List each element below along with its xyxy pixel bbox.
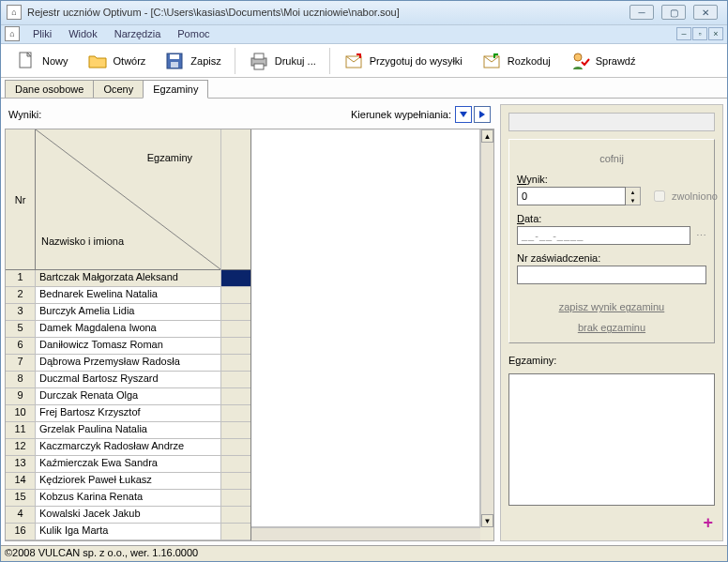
data-cell[interactable] <box>221 490 250 507</box>
otworz-button[interactable]: Otwórz <box>80 47 154 75</box>
row-name: Kaczmarczyk Radosław Andrze <box>36 439 220 455</box>
svg-marker-12 <box>479 111 485 118</box>
table-row[interactable]: 4Kowalski Jacek Jakub <box>6 507 220 524</box>
row-nr: 1 <box>6 270 36 286</box>
right-header-box <box>508 113 715 131</box>
data-input[interactable]: __-__-____ <box>517 226 690 245</box>
table-row[interactable]: 8Duczmal Bartosz Ryszard <box>6 372 220 388</box>
data-cell[interactable] <box>221 524 250 540</box>
table-row[interactable]: 6Daniłowicz Tomasz Roman <box>6 338 220 355</box>
row-nr: 3 <box>6 304 36 320</box>
data-column <box>221 129 251 540</box>
wynik-input[interactable] <box>517 187 626 205</box>
mdi-restore[interactable]: ▫ <box>692 27 707 40</box>
wynik-spinner[interactable]: ▲▼ <box>626 187 641 205</box>
sprawdz-button[interactable]: Sprawdź <box>562 47 644 75</box>
row-name: Damek Magdalena Iwona <box>36 321 220 337</box>
przygotuj-button[interactable]: Przygotuj do wysyłki <box>336 47 470 75</box>
data-cell[interactable] <box>221 372 250 388</box>
vertical-scrollbar[interactable]: ▲ ▼ <box>480 129 493 527</box>
data-cell[interactable] <box>221 388 250 405</box>
window-title: Rejestr uczniów Optivum - [C:\Users\kasi… <box>27 7 629 18</box>
row-name: Kulik Iga Marta <box>36 524 220 539</box>
maximize-button[interactable]: ▢ <box>661 5 686 20</box>
table-row[interactable]: 13Kaźmierczak Ewa Sandra <box>6 456 220 473</box>
table-row[interactable]: 2Bednarek Ewelina Natalia <box>6 287 220 304</box>
tab-oceny[interactable]: Oceny <box>93 80 144 98</box>
cofnij-link[interactable]: cofnij <box>517 153 706 164</box>
table-row[interactable]: 16Kulik Iga Marta <box>6 524 220 540</box>
table-row[interactable]: 7Dąbrowa Przemysław Radosła <box>6 355 220 372</box>
nowy-button[interactable]: Nowy <box>8 47 76 75</box>
egzaminy-label: Egzaminy: <box>508 355 715 366</box>
data-cell[interactable] <box>221 287 250 304</box>
scroll-up-icon[interactable]: ▲ <box>481 129 493 143</box>
data-cell[interactable] <box>221 338 250 355</box>
wyniki-label: Wyniki: <box>8 109 41 120</box>
data-cell[interactable] <box>221 270 250 287</box>
scroll-down-icon[interactable]: ▼ <box>481 514 493 527</box>
data-cell[interactable] <box>221 456 250 473</box>
data-cell[interactable] <box>221 405 250 422</box>
statusbar: ©2008 VULCAN sp. z o.o., wer. 1.16.0000 <box>1 545 727 561</box>
add-exam-button[interactable]: + <box>508 513 715 533</box>
svg-marker-11 <box>460 112 467 117</box>
table-row[interactable]: 14Kędziorek Paweł Łukasz <box>6 473 220 490</box>
toolbar-separator <box>329 48 330 74</box>
table-row[interactable]: 12Kaczmarczyk Radosław Andrze <box>6 439 220 456</box>
col-header-diagonal[interactable]: Egzaminy Nazwisko i imiona <box>36 129 220 269</box>
menu-widok[interactable]: Widok <box>61 26 105 41</box>
row-name: Kędziorek Paweł Łukasz <box>36 473 220 489</box>
zapisz-wynik-link[interactable]: zapisz wynik egzaminu <box>517 301 706 312</box>
direction-down-button[interactable] <box>455 106 472 123</box>
zwolniono-checkbox[interactable]: zwolniono <box>650 188 718 205</box>
row-name: Duczmal Bartosz Ryszard <box>36 372 220 387</box>
table-row[interactable]: 11Grzelak Paulina Natalia <box>6 422 220 439</box>
tab-egzaminy[interactable]: Egzaminy <box>143 80 208 99</box>
row-nr: 15 <box>6 490 36 506</box>
minimize-button[interactable]: ─ <box>629 5 654 20</box>
check-person-icon <box>569 51 590 71</box>
table-row[interactable]: 3Burczyk Amelia Lidia <box>6 304 220 321</box>
mdi-close[interactable]: × <box>708 27 723 40</box>
data-cell[interactable] <box>221 422 250 439</box>
data-cell[interactable] <box>221 507 250 524</box>
data-label: Data: <box>517 213 706 224</box>
drukuj-button[interactable]: Drukuj ... <box>241 47 324 75</box>
table-row[interactable]: 1Bartczak Małgorzata Aleksand <box>6 270 220 287</box>
row-nr: 5 <box>6 321 36 337</box>
przygotuj-label: Przygotuj do wysyłki <box>370 55 463 67</box>
app-window: ⌂ Rejestr uczniów Optivum - [C:\Users\ka… <box>0 0 728 562</box>
menu-pomoc[interactable]: Pomoc <box>170 26 217 41</box>
menu-narzedzia[interactable]: Narzędzia <box>107 26 169 41</box>
nr-zaswiadczenia-input[interactable] <box>517 266 706 284</box>
zapisz-button[interactable]: Zapisz <box>157 47 228 75</box>
rozkoduj-label: Rozkoduj <box>508 55 551 67</box>
date-picker-button[interactable]: ⋯ <box>696 230 706 242</box>
grid-empty-area: ▲ ▼ <box>251 129 493 540</box>
row-name: Kowalski Jacek Jakub <box>36 507 220 523</box>
direction-right-button[interactable] <box>474 106 491 123</box>
data-cell[interactable] <box>221 473 250 490</box>
data-cell[interactable] <box>221 439 250 456</box>
brak-egzaminu-link[interactable]: brak egzaminu <box>517 322 706 333</box>
otworz-label: Otwórz <box>114 55 146 67</box>
mdi-minimize[interactable]: – <box>676 27 691 40</box>
egzaminy-listbox[interactable] <box>508 373 715 506</box>
grid: Nr Egzaminy Nazwisko i imiona 1Bartczak … <box>5 129 494 541</box>
menu-pliki[interactable]: Pliki <box>25 26 59 41</box>
table-row[interactable]: 15Kobzus Karina Renata <box>6 490 220 507</box>
col-header-nr[interactable]: Nr <box>6 129 36 269</box>
svg-point-10 <box>574 53 582 61</box>
rozkoduj-button[interactable]: Rozkoduj <box>474 47 558 75</box>
table-row[interactable]: 9Durczak Renata Olga <box>6 388 220 405</box>
data-cell[interactable] <box>221 304 250 321</box>
data-cell[interactable] <box>221 355 250 372</box>
horizontal-scrollbar[interactable] <box>251 527 480 540</box>
table-row[interactable]: 5Damek Magdalena Iwona <box>6 321 220 338</box>
close-button[interactable]: ✕ <box>693 5 718 20</box>
row-nr: 16 <box>6 524 36 539</box>
tab-dane-osobowe[interactable]: Dane osobowe <box>5 80 94 98</box>
data-cell[interactable] <box>221 321 250 338</box>
table-row[interactable]: 10Frej Bartosz Krzysztof <box>6 405 220 422</box>
